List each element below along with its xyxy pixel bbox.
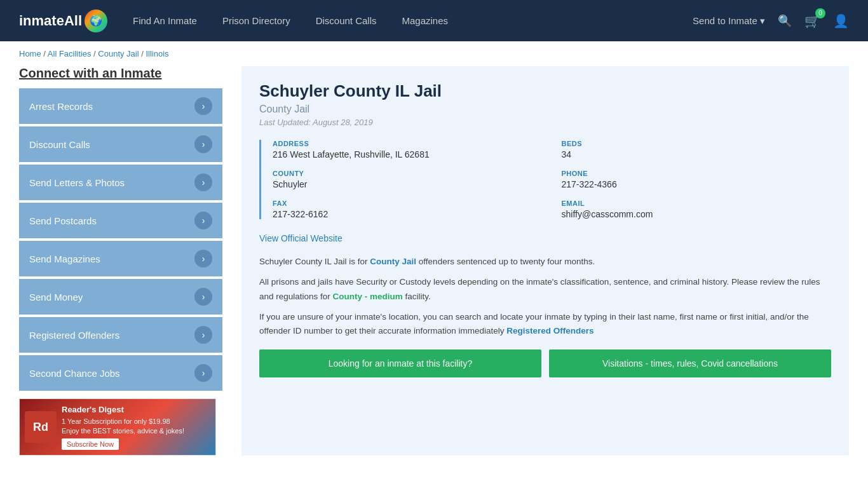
user-icon[interactable]: 👤 [833,13,849,29]
breadcrumb-county-jail[interactable]: County Jail [98,49,139,58]
sidebar-label-send-postcards: Send Postcards [29,215,97,226]
ad-banner: Rd Reader's Digest 1 Year Subscription f… [19,398,216,456]
county-label: COUNTY [273,170,543,177]
sidebar-item-arrest-records[interactable]: Arrest Records › [19,88,222,124]
sidebar-label-arrest-records: Arrest Records [29,101,93,112]
county-block: COUNTY Schuyler [273,170,543,189]
nav-prison-directory[interactable]: Prison Directory [222,15,290,26]
address-value: 216 West Lafayette, Rushville, IL 62681 [273,149,543,159]
breadcrumb-home[interactable]: Home [19,49,41,58]
sidebar-item-send-letters[interactable]: Send Letters & Photos › [19,165,222,200]
looking-for-inmate-button[interactable]: Looking for an inmate at this facility? [259,349,541,377]
sidebar-item-send-magazines[interactable]: Send Magazines › [19,241,222,276]
phone-label: PHONE [562,170,832,177]
action-buttons: Looking for an inmate at this facility? … [259,349,831,377]
fax-value: 217-322-6162 [273,209,543,219]
description-2: All prisons and jails have Security or C… [259,275,831,304]
connect-title: Connect with an Inmate [19,66,222,81]
beds-label: BEDS [562,140,832,147]
phone-value: 217-322-4366 [562,179,832,189]
arrow-icon-send-money: › [194,288,212,306]
nav-find-inmate[interactable]: Find An Inmate [133,15,197,26]
header: inmateAll 🌍 Find An Inmate Prison Direct… [0,0,868,41]
sidebar-item-send-money[interactable]: Send Money › [19,279,222,315]
main-content: Connect with an Inmate Arrest Records › … [0,66,868,475]
arrow-icon-arrest-records: › [194,97,212,115]
view-website-link[interactable]: View Official Website [259,233,342,243]
sidebar-label-send-money: Send Money [29,292,83,302]
arrow-icon-send-letters: › [194,173,212,191]
county-value: Schuyler [273,179,543,189]
arrow-icon-registered-offenders: › [194,326,212,344]
sidebar-label-second-chance-jobs: Second Chance Jobs [29,368,120,379]
description-1: Schuyler County IL Jail is for County Ja… [259,255,831,269]
arrow-icon-send-magazines: › [194,250,212,268]
address-label: ADDRESS [273,140,543,147]
ad-logo: Rd [25,411,57,443]
fax-block: FAX 217-322-6162 [273,200,543,219]
facility-content: Schuyler County IL Jail County Jail Last… [241,66,849,456]
logo-text: inmateAll [19,13,82,29]
beds-value: 34 [562,149,832,159]
sidebar-label-send-magazines: Send Magazines [29,254,100,264]
ad-text-main: 1 Year Subscription for only $19.98 [62,417,170,425]
fax-label: FAX [273,200,543,207]
email-value: shiffy@casscomm.com [562,209,832,219]
ad-content: Reader's Digest 1 Year Subscription for … [62,404,184,451]
search-icon[interactable]: 🔍 [778,14,792,28]
cart-badge: 0 [815,8,825,18]
ad-subscribe-button[interactable]: Subscribe Now [62,438,119,450]
send-to-inmate-button[interactable]: Send to Inmate ▾ [693,15,765,27]
facility-title: Schuyler County IL Jail [259,81,831,101]
facility-updated: Last Updated: August 28, 2019 [259,118,831,127]
breadcrumb-illinois[interactable]: Illinois [146,49,168,58]
info-grid: ADDRESS 216 West Lafayette, Rushville, I… [259,140,831,219]
description-3: If you are unsure of your inmate's locat… [259,310,831,339]
nav-actions: Send to Inmate ▾ 🔍 🛒 0 👤 [693,13,849,29]
sidebar-label-registered-offenders: Registered Offenders [29,330,119,341]
phone-block: PHONE 217-322-4366 [562,170,832,189]
ad-title: Reader's Digest [62,404,184,416]
breadcrumb-all-facilities[interactable]: All Facilities [48,49,92,58]
arrow-icon-second-chance-jobs: › [194,364,212,382]
sidebar-label-discount-calls: Discount Calls [29,139,90,150]
logo-icon: 🌍 [85,10,107,32]
beds-block: BEDS 34 [562,140,832,159]
main-nav: Find An Inmate Prison Directory Discount… [133,15,693,26]
breadcrumb: Home / All Facilities / County Jail / Il… [0,41,868,66]
county-jail-link-1[interactable]: County Jail [370,257,416,266]
county-medium-link[interactable]: County - medium [333,292,403,301]
email-label: EMAIL [562,200,832,207]
facility-type: County Jail [259,104,831,115]
ad-subtext: Enjoy the BEST stories, advice & jokes! [62,427,184,435]
sidebar-item-second-chance-jobs[interactable]: Second Chance Jobs › [19,355,222,391]
email-block: EMAIL shiffy@casscomm.com [562,200,832,219]
address-block: ADDRESS 216 West Lafayette, Rushville, I… [273,140,543,159]
nav-magazines[interactable]: Magazines [402,15,449,26]
nav-discount-calls[interactable]: Discount Calls [316,15,377,26]
sidebar-item-send-postcards[interactable]: Send Postcards › [19,203,222,238]
logo[interactable]: inmateAll 🌍 [19,10,107,32]
sidebar: Connect with an Inmate Arrest Records › … [19,66,222,456]
visitations-button[interactable]: Visitations - times, rules, Covid cancel… [549,349,831,377]
registered-offenders-link[interactable]: Registered Offenders [506,326,593,336]
sidebar-label-send-letters: Send Letters & Photos [29,177,125,188]
arrow-icon-send-postcards: › [194,212,212,229]
sidebar-item-discount-calls[interactable]: Discount Calls › [19,126,222,162]
arrow-icon-discount-calls: › [194,135,212,153]
cart-wrapper[interactable]: 🛒 0 [804,13,820,29]
sidebar-item-registered-offenders[interactable]: Registered Offenders › [19,317,222,353]
